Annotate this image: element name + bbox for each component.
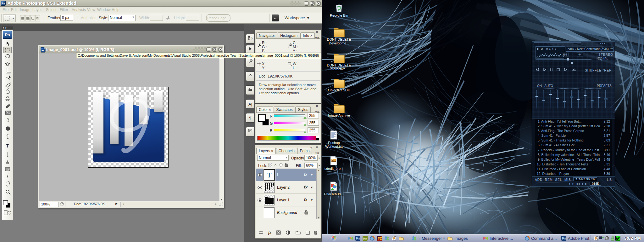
svg-text:5: 5 bbox=[251, 36, 253, 40]
svg-text:Dw: Dw bbox=[363, 237, 368, 240]
svg-text:Ps: Ps bbox=[356, 237, 360, 240]
svg-text:T: T bbox=[6, 143, 9, 148]
svg-text:FZ: FZ bbox=[378, 237, 382, 240]
svg-text:Ps: Ps bbox=[562, 237, 566, 240]
svg-text:fx: fx bbox=[268, 230, 271, 235]
svg-text:Ps: Ps bbox=[42, 49, 44, 52]
